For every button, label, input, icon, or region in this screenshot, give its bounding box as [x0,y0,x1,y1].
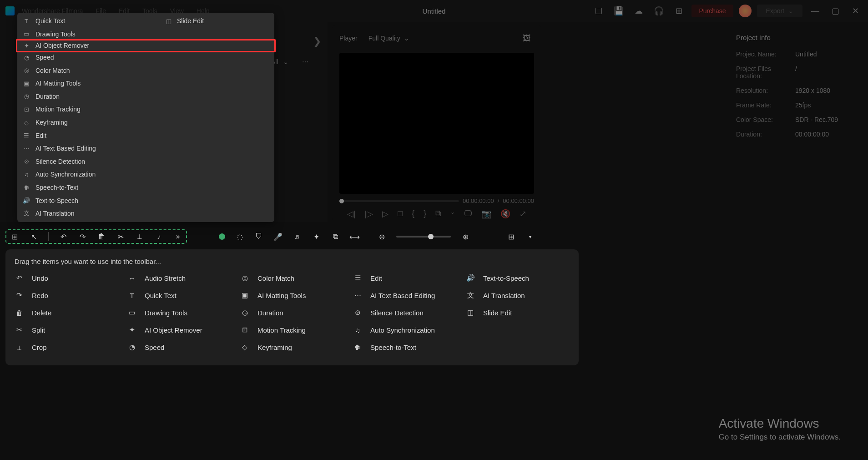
info-value: Untitled [795,51,817,58]
stop-icon[interactable]: □ [398,209,403,219]
shield-icon[interactable]: ⛉ [254,232,263,241]
crop-icon[interactable]: ⟂ [135,232,144,241]
next-arrow-icon[interactable]: ❯ [313,35,321,47]
more-icon[interactable]: » [173,232,182,241]
tool-auto-sync[interactable]: ♫Auto Synchronization [353,325,457,334]
ctx-item-edit[interactable]: ☰Edit [17,129,274,142]
save-icon[interactable]: 💾 [611,4,626,18]
quality-dropdown[interactable]: Full Quality ⌄ [368,35,409,42]
image-icon[interactable]: 🖼 [520,31,534,45]
minimize-icon[interactable]: — [808,4,823,18]
ctx-item-color-match[interactable]: ◎Color Match [17,64,274,77]
fullscreen-icon[interactable]: ⤢ [520,209,526,219]
tool-edit[interactable]: ☰Edit [353,273,457,283]
zoom-slider[interactable] [396,236,451,238]
export-button[interactable]: Export⌄ [757,5,802,17]
ctx-item-drawing-tools[interactable]: ▭Drawing Tools [17,28,274,41]
maximize-icon[interactable]: ▢ [828,4,843,18]
display-icon[interactable]: 🖵 [464,209,472,219]
redo-icon[interactable]: ↷ [78,232,87,241]
zoom-knob[interactable] [428,234,434,239]
marker-icon[interactable]: ◌ [235,232,244,241]
overlap-icon[interactable]: ⧉ [331,232,340,241]
prev-frame-icon[interactable]: ◁| [347,209,356,219]
ctx-item-ai-object-remover[interactable]: ✦AI Object Remover [16,39,276,52]
headset-icon[interactable]: 🎧 [651,4,666,18]
tool-redo[interactable]: ↷Redo [15,291,118,300]
ctx-item-ai-text-editing[interactable]: ⋯AI Text Based Editing [17,142,274,155]
all-dropdown[interactable]: All ⌄ ⋯ [271,58,308,66]
tool-speech-to-text[interactable]: 🗣Speech-to-Text [353,343,457,352]
audio-icon[interactable]: ♪ [154,232,163,241]
apps-icon[interactable]: ⊞ [10,232,19,241]
delete-icon: 🗑 [15,308,24,317]
scrub-bar[interactable] [339,200,459,202]
apps-icon[interactable]: ⊞ [671,4,686,18]
tool-split[interactable]: ✂Split [15,325,118,334]
ctx-item-speed[interactable]: ◔Speed [17,51,274,64]
tool-undo[interactable]: ↶Undo [15,273,118,283]
next-frame-icon[interactable]: |▷ [365,209,373,219]
ctx-item-quick-text[interactable]: TQuick Text [17,15,274,28]
ctx-item-ai-matting[interactable]: ▣AI Matting Tools [17,77,274,90]
zoom-out-icon[interactable]: ⊖ [377,232,386,241]
tool-ai-matting[interactable]: ▣AI Matting Tools [240,291,344,300]
snapshot-icon[interactable]: 📷 [481,209,491,219]
scrub-knob[interactable] [339,199,344,203]
sparkle-icon[interactable]: ✦ [312,232,321,241]
ctx-item-ai-translation[interactable]: 文AI Translation [17,207,274,220]
purchase-button[interactable]: Purchase [691,5,733,17]
tool-motion-tracking[interactable]: ⊡Motion Tracking [240,325,344,334]
tool-silence-detection[interactable]: ⊘Silence Detection [353,308,457,317]
ctx-item-motion-tracking[interactable]: ⊡Motion Tracking [17,103,274,116]
mark-in-icon[interactable]: { [412,209,414,219]
chevron-down-icon[interactable]: ▾ [525,232,535,241]
tool-label: Slide Edit [483,309,512,317]
tool-text-to-speech[interactable]: 🔊Text-to-Speech [466,273,570,283]
close-icon[interactable]: ✕ [848,4,863,18]
ctx-item-duration[interactable]: ◷Duration [17,90,274,103]
undo-icon[interactable]: ↶ [59,232,68,241]
ctx-item-auto-sync[interactable]: ♫Auto Synchronization [17,168,274,181]
zoom-in-icon[interactable]: ⊕ [461,232,470,241]
stt-icon: 🗣 [23,184,30,191]
tool-speed[interactable]: ◔Speed [127,343,231,352]
music-icon[interactable]: ♬ [293,232,302,241]
cut-icon[interactable]: ✂ [116,232,125,241]
tool-keyframing[interactable]: ◇Keyframing [240,343,344,352]
tool-duration[interactable]: ◷Duration [240,308,344,317]
mic-icon[interactable]: 🎤 [273,232,283,241]
context-menu: ◫ Slide Edit TQuick Text ▭Drawing Tools … [17,13,274,222]
tool-ai-object-remover[interactable]: ✦AI Object Remover [127,325,231,334]
cursor-icon[interactable]: ↖ [29,232,38,241]
cloud-icon[interactable]: ☁ [631,4,646,18]
ctx-item-slide-edit[interactable]: ◫ Slide Edit [165,17,204,25]
avatar[interactable] [739,5,752,17]
ratio-icon[interactable]: ⧉ [435,209,441,219]
grid-icon[interactable]: ⊞ [506,232,515,241]
layout-icon[interactable] [591,4,606,18]
tool-crop[interactable]: ⟂Crop [15,343,118,352]
ctx-item-keyframing[interactable]: ◇Keyframing [17,116,274,129]
tool-ai-translation[interactable]: 文AI Translation [466,291,570,300]
tool-delete[interactable]: 🗑Delete [15,308,118,317]
delete-icon[interactable]: 🗑 [97,232,106,241]
expand-icon[interactable]: ⟷ [350,232,359,241]
ctx-item-speech-to-text[interactable]: 🗣Speech-to-Text [17,181,274,194]
tool-color-match[interactable]: ◎Color Match [240,273,344,283]
tool-audio-stretch[interactable]: ↔Audio Stretch [127,273,231,283]
more-icon[interactable]: ⋯ [302,58,308,66]
tool-ai-text-editing[interactable]: ⋯AI Text Based Editing [353,291,457,300]
tool-label: Keyframing [257,344,292,351]
tool-quick-text[interactable]: TQuick Text [127,291,231,300]
tool-slide-edit[interactable]: ◫Slide Edit [466,308,570,317]
tool-drawing-tools[interactable]: ▭Drawing Tools [127,308,231,317]
volume-icon[interactable]: 🔇 [500,209,510,219]
ctx-item-text-to-speech[interactable]: 🔊Text-to-Speech [17,194,274,207]
play-icon[interactable]: ▷ [382,209,389,219]
ctx-item-silence-detection[interactable]: ⊘Silence Detection [17,155,274,168]
text-icon: T [127,291,136,300]
render-status-icon[interactable] [219,233,225,240]
tool-label: Color Match [257,274,294,282]
mark-out-icon[interactable]: } [424,209,426,219]
